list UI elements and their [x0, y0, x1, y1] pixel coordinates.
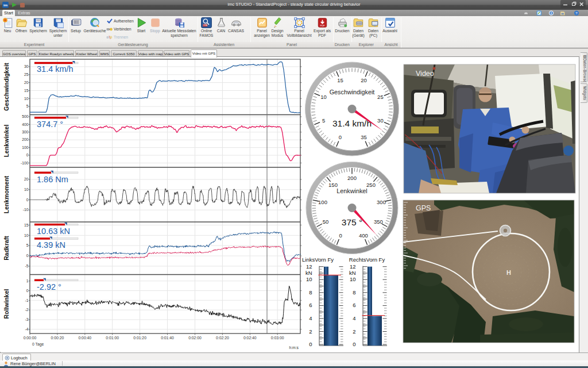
svg-text:12: 12	[306, 263, 312, 270]
svg-text:100: 100	[22, 145, 29, 150]
svg-text:6: 6	[309, 302, 312, 308]
svg-text:15: 15	[337, 77, 343, 83]
svg-text:400: 400	[359, 232, 368, 239]
svg-text:250: 250	[366, 182, 376, 188]
svg-text:4: 4	[353, 315, 355, 321]
svg-text:0:00:40: 0:00:40	[78, 336, 91, 340]
svg-text:10: 10	[306, 276, 312, 282]
svg-text:OFA: OFA	[203, 24, 207, 26]
svg-text:LinksVorn Fy: LinksVorn Fy	[302, 256, 334, 263]
svg-text:8: 8	[309, 289, 312, 296]
svg-text:0: 0	[339, 134, 342, 140]
svg-text:0:03:00: 0:03:00	[271, 336, 284, 340]
svg-text:375 °: 375 °	[342, 217, 362, 227]
svg-text:RechtsVorn Fy: RechtsVorn Fy	[349, 256, 385, 263]
svg-text:4.39 kN: 4.39 kN	[37, 240, 65, 250]
svg-text:300: 300	[377, 199, 386, 205]
svg-text:0:01:40: 0:01:40	[161, 336, 174, 340]
svg-text:50: 50	[323, 218, 329, 225]
svg-text:kN: kN	[305, 270, 312, 276]
svg-text:-5: -5	[25, 264, 28, 268]
svg-text:30: 30	[24, 64, 29, 68]
svg-text:15: 15	[24, 89, 29, 93]
svg-text:10: 10	[320, 94, 327, 100]
svg-text:12: 12	[350, 263, 356, 270]
svg-text:-100: -100	[21, 161, 29, 165]
svg-text:0: 0	[353, 341, 355, 347]
svg-text:Video: Video	[416, 70, 434, 78]
svg-text:Lenkwinkel: Lenkwinkel	[3, 125, 10, 158]
svg-text:H: H	[506, 269, 511, 276]
svg-text:-1: -1	[25, 298, 28, 302]
svg-text:10: 10	[24, 233, 29, 237]
svg-text:Lenkmoment: Lenkmoment	[3, 175, 10, 213]
svg-text:15: 15	[24, 223, 29, 227]
svg-text:5: 5	[26, 243, 29, 247]
svg-text:0:01:00: 0:01:00	[106, 336, 119, 340]
svg-text:1.86 Nm: 1.86 Nm	[37, 175, 68, 184]
svg-text:-2.92 °: -2.92 °	[37, 282, 61, 292]
svg-text:0: 0	[309, 341, 312, 347]
svg-text:8: 8	[353, 289, 355, 296]
svg-text:25: 25	[24, 72, 29, 76]
svg-text:-3: -3	[25, 317, 28, 321]
svg-text:0: 0	[26, 198, 29, 202]
svg-text:PDF: PDF	[320, 24, 325, 27]
svg-text:Lenkwinkel: Lenkwinkel	[336, 187, 367, 194]
svg-text:0:02:20: 0:02:20	[216, 336, 229, 340]
svg-text:10: 10	[24, 97, 29, 101]
svg-text:Rollwinkel: Rollwinkel	[3, 289, 10, 319]
svg-text:4: 4	[309, 315, 312, 321]
svg-text:35: 35	[361, 134, 367, 140]
svg-text:-10: -10	[23, 208, 29, 212]
svg-text:2: 2	[309, 328, 312, 335]
svg-text:5: 5	[322, 117, 325, 124]
svg-text:31.4 km/h: 31.4 km/h	[332, 118, 372, 128]
svg-text:0: 0	[26, 289, 29, 293]
svg-text:0: 0	[26, 254, 29, 258]
svg-text:2: 2	[353, 328, 355, 335]
svg-text:Geschwindigkeit: Geschwindigkeit	[330, 89, 375, 95]
svg-text:100: 100	[318, 199, 327, 205]
svg-text:20: 20	[24, 80, 29, 85]
svg-text:Radkraft: Radkraft	[3, 236, 10, 260]
svg-text:GPS: GPS	[416, 204, 431, 212]
svg-text:10: 10	[24, 187, 29, 191]
svg-text:350: 350	[374, 218, 383, 225]
svg-text:1: 1	[26, 279, 29, 283]
svg-text:0:02:40: 0:02:40	[243, 336, 257, 340]
svg-text:500: 500	[22, 114, 29, 118]
svg-text:25: 25	[377, 94, 384, 100]
svg-text:0:00:20: 0:00:20	[51, 336, 64, 340]
svg-text:0 Tage: 0 Tage	[32, 342, 44, 347]
svg-text:-4: -4	[25, 327, 28, 331]
svg-text:31.4 km/h: 31.4 km/h	[37, 64, 74, 74]
svg-text:0: 0	[26, 153, 29, 157]
svg-text:20: 20	[361, 77, 367, 83]
svg-text:20: 20	[24, 177, 29, 181]
svg-text:10: 10	[350, 276, 356, 282]
svg-text:200: 200	[22, 137, 29, 141]
svg-text:200: 200	[347, 175, 357, 181]
svg-text:374.7 °: 374.7 °	[37, 120, 63, 129]
svg-text:6: 6	[353, 302, 355, 308]
svg-text:10.63 kN: 10.63 kN	[37, 227, 70, 236]
svg-text:400: 400	[22, 122, 29, 126]
svg-text:-2: -2	[25, 308, 28, 312]
svg-text:300: 300	[22, 130, 29, 134]
svg-text:0:00:00: 0:00:00	[24, 336, 37, 340]
svg-text:5: 5	[26, 104, 29, 108]
svg-text:kN: kN	[349, 270, 356, 276]
svg-text:0:02:00: 0:02:00	[188, 336, 202, 340]
svg-text:h:m:s: h:m:s	[289, 346, 299, 350]
svg-text:30: 30	[377, 117, 384, 124]
svg-text:0:01:20: 0:01:20	[133, 336, 146, 340]
svg-text:Geschwindigkeit: Geschwindigkeit	[3, 63, 10, 111]
svg-text:0: 0	[339, 232, 342, 239]
